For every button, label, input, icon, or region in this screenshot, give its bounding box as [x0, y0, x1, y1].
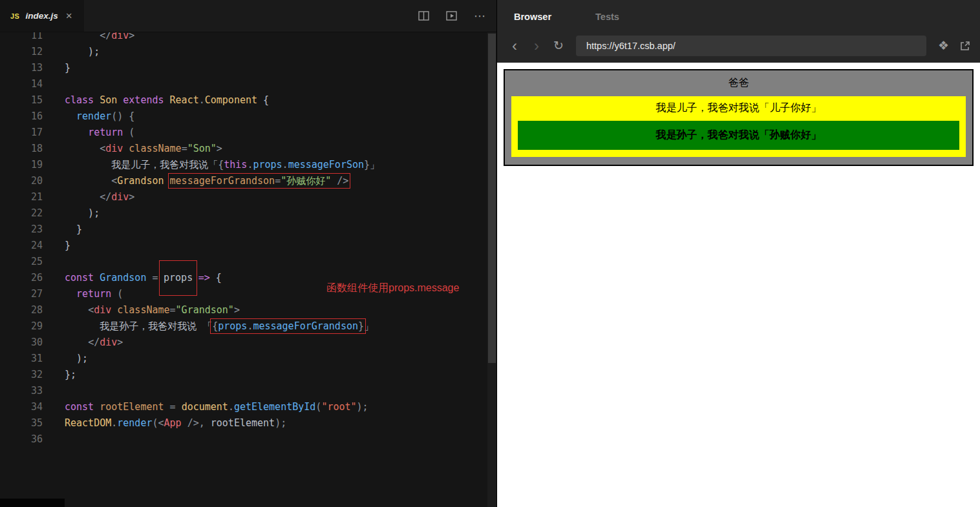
code-line[interactable]: 22 ); — [0, 205, 487, 222]
code-token: } — [358, 320, 364, 332]
code-line[interactable]: 25 — [0, 254, 487, 270]
line-number: 24 — [0, 238, 43, 254]
url-input[interactable] — [576, 36, 926, 56]
line-number: 33 — [0, 383, 43, 399]
line-number: 34 — [0, 399, 43, 415]
code-token: </ — [88, 336, 100, 348]
code-token: }; — [65, 369, 76, 380]
code-token: 」 — [364, 320, 374, 332]
tab-browser[interactable]: Browser — [514, 12, 551, 22]
line-number: 17 — [0, 125, 43, 141]
horizontal-scrollbar[interactable] — [0, 499, 487, 507]
code-token: } — [364, 159, 370, 171]
line-code — [43, 254, 65, 270]
line-number: 31 — [0, 351, 43, 367]
code-line[interactable]: 20 <Grandson messageForGrandson="孙贼你好" /… — [0, 173, 487, 189]
tab-index-js[interactable]: JS index.js × — [0, 0, 84, 32]
line-code — [43, 383, 65, 399]
code-token: = — [170, 401, 176, 413]
app-title: 爸爸 — [511, 76, 966, 90]
code-line[interactable]: 12 ); — [0, 44, 487, 60]
vertical-scrollbar-thumb[interactable] — [488, 34, 496, 363]
code-token: App — [164, 417, 182, 429]
code-token — [164, 175, 170, 187]
code-token: getElementById — [234, 401, 315, 413]
code-line[interactable]: 28 <div className="Grandson"> — [0, 302, 487, 318]
code-line[interactable]: 11 </div> — [0, 32, 487, 44]
code-line[interactable]: 13} — [0, 60, 487, 76]
code-line[interactable]: 34const rootElement = document.getElemen… — [0, 399, 487, 415]
code-line[interactable]: 29 我是孙子，我爸对我说 「{props.messageForGrandson… — [0, 318, 487, 335]
line-code: ); — [43, 44, 100, 60]
close-icon[interactable]: × — [66, 10, 72, 21]
horizontal-scrollbar-thumb[interactable] — [0, 499, 65, 507]
code-line[interactable]: 23 } — [0, 222, 487, 238]
code-token: => — [198, 272, 210, 284]
code-token: Grandson — [117, 175, 164, 187]
code-token: /> — [337, 175, 348, 187]
line-code: 我是孙子，我爸对我说 「{props.messageForGrandson}」 — [43, 318, 374, 335]
code-token: ); — [65, 46, 100, 57]
code-line[interactable]: 33 — [0, 383, 487, 399]
code-token: render — [76, 110, 111, 122]
code-line[interactable]: 32}; — [0, 367, 487, 383]
code-token: props — [253, 159, 282, 171]
code-token: ( — [123, 127, 134, 138]
code-line[interactable]: 36 — [0, 431, 487, 448]
code-editor[interactable]: 11 </div>12 );13}1415class Son extends R… — [0, 32, 487, 499]
line-number: 32 — [0, 367, 43, 383]
code-line[interactable]: 17 return ( — [0, 125, 487, 141]
code-line[interactable]: 16 render() { — [0, 109, 487, 125]
code-token: 我是儿子，我爸对我说「 — [65, 159, 218, 171]
code-token: > — [129, 191, 134, 203]
code-token: . — [228, 401, 234, 413]
code-token — [331, 175, 337, 187]
code-lines: 11 </div>12 );13}1415class Son extends R… — [0, 32, 487, 448]
code-token — [117, 94, 123, 106]
code-token: , — [199, 417, 211, 429]
split-editor-icon[interactable] — [418, 11, 429, 21]
line-code: ); — [43, 351, 88, 367]
code-token: ReactDOM — [65, 417, 111, 429]
line-number: 20 — [0, 173, 43, 189]
code-token: this — [224, 159, 247, 171]
code-token — [111, 304, 117, 316]
code-token: { — [257, 94, 269, 106]
open-preview-icon[interactable] — [446, 11, 457, 21]
code-line[interactable]: 19 我是儿子，我爸对我说「{this.props.messageForSon}… — [0, 157, 487, 173]
vertical-scrollbar[interactable] — [487, 32, 496, 507]
tab-tests[interactable]: Tests — [595, 12, 619, 22]
line-code: } — [43, 222, 82, 238]
back-icon[interactable]: ‹ — [506, 38, 523, 54]
refresh-icon[interactable]: ↻ — [550, 39, 567, 52]
code-line[interactable]: 14 — [0, 76, 487, 92]
code-token — [65, 191, 100, 203]
line-number: 14 — [0, 76, 43, 92]
line-code: render() { — [43, 109, 134, 125]
forward-icon[interactable]: › — [528, 38, 545, 54]
line-code: } — [43, 60, 70, 76]
code-token: const — [65, 401, 94, 413]
open-in-new-window-icon[interactable] — [959, 40, 971, 52]
more-actions-icon[interactable]: ⋯ — [474, 9, 486, 23]
code-line[interactable]: 15class Son extends React.Component { — [0, 92, 487, 109]
app-box: 爸爸 我是儿子，我爸对我说「儿子你好」 我是孙子，我爸对我说「孙贼你好」 — [504, 69, 974, 166]
code-line[interactable]: 30 </div> — [0, 335, 487, 351]
code-token — [176, 401, 182, 413]
code-token — [193, 272, 198, 284]
code-token: "Son" — [187, 143, 217, 154]
code-line[interactable]: 24} — [0, 238, 487, 254]
line-code: ); — [43, 205, 100, 222]
code-token: div — [111, 32, 129, 41]
line-code: }; — [43, 367, 76, 383]
code-line[interactable]: 31 ); — [0, 351, 487, 367]
code-token: ); — [65, 353, 88, 364]
code-token: messageForSon — [288, 159, 364, 171]
responsive-mode-icon[interactable]: ❖ — [938, 38, 949, 53]
code-token — [164, 94, 170, 106]
code-token — [94, 94, 100, 106]
code-line[interactable]: 21 </div> — [0, 189, 487, 205]
code-line[interactable]: 35ReactDOM.render(<App />, rootElement); — [0, 415, 487, 431]
code-line[interactable]: 18 <div className="Son"> — [0, 141, 487, 157]
code-token: = — [170, 304, 176, 316]
